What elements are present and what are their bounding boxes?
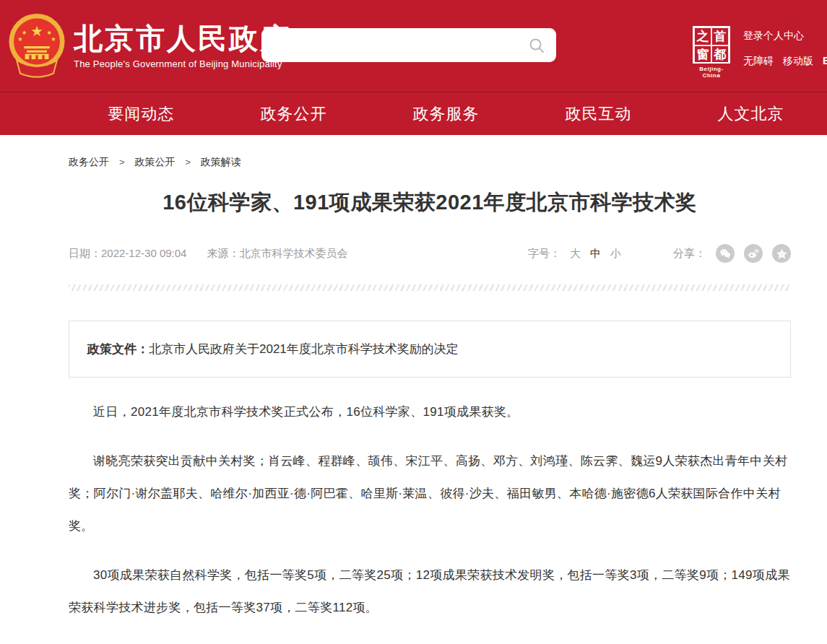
source-label: 来源：: [207, 247, 240, 259]
nav-item-news[interactable]: 要闻动态: [65, 103, 217, 125]
svg-text:★: ★: [22, 29, 27, 35]
search-input[interactable]: [261, 28, 556, 62]
breadcrumb-item-gov-affairs[interactable]: 政务公开: [69, 156, 109, 167]
article-meta: 日期：2022-12-30 09:04 来源：北京市科学技术委员会 字号： 大 …: [69, 244, 791, 263]
capital-window-grid: 之 首 窗 都: [693, 26, 730, 64]
weibo-share-icon[interactable]: [744, 244, 763, 263]
capital-char: 窗: [694, 45, 711, 64]
qzone-share-icon[interactable]: z: [772, 244, 791, 263]
article-source: 北京市科学技术委员会: [240, 247, 348, 259]
login-link[interactable]: 登录个人中心: [743, 30, 804, 41]
article-paragraph: 谢晓亮荣获突出贡献中关村奖；肖云峰、程群峰、颉伟、宋江平、高扬、邓方、刘鸿瑾、陈…: [69, 445, 791, 542]
accessibility-link[interactable]: 无障碍: [743, 55, 774, 68]
breadcrumb-separator: >: [185, 157, 191, 167]
article-subheading: 标杆性人才在国际科技创新中心建设中作用凸显: [69, 640, 791, 644]
policy-file-label: 政策文件：: [87, 342, 149, 356]
fontsize-small-button[interactable]: 小: [610, 247, 621, 261]
capital-char: 首: [711, 27, 729, 45]
breadcrumb-item-policy-interpretation: 政策解读: [201, 156, 241, 167]
svg-text:★: ★: [17, 36, 22, 43]
fontsize-label: 字号：: [528, 247, 560, 261]
svg-text:★: ★: [47, 29, 52, 35]
date-label: 日期：: [69, 247, 101, 259]
policy-file-link[interactable]: 北京市人民政府关于2021年度北京市科学技术奖励的决定: [149, 342, 459, 356]
page-content: 政务公开 > 政策公开 > 政策解读 16位科学家、191项成果荣获2021年度…: [69, 135, 791, 644]
share-label: 分享：: [673, 247, 706, 261]
hatched-divider: [69, 284, 791, 291]
brand-text: 北京市人民政府 The People's Government of Beiji…: [74, 22, 291, 69]
capital-char: 之: [694, 27, 711, 45]
nav-item-gov-services[interactable]: 政务服务: [370, 103, 522, 125]
nav-item-interaction[interactable]: 政民互动: [522, 103, 675, 125]
article-body: 近日，2021年度北京市科学技术奖正式公布，16位科学家、191项成果获奖。 谢…: [69, 396, 791, 644]
header-links: 登录个人中心 无障碍 移动版 EN: [743, 29, 827, 68]
policy-file-box: 政策文件：北京市人民政府关于2021年度北京市科学技术奖励的决定: [69, 321, 791, 378]
article-paragraph: 30项成果荣获自然科学奖，包括一等奖5项，二等奖25项；12项成果荣获技术发明奖…: [69, 559, 791, 624]
search-box: [261, 28, 556, 62]
breadcrumb-separator: >: [119, 157, 125, 167]
breadcrumb-item-policy-disclosure[interactable]: 政策公开: [134, 156, 175, 167]
site-header: ★ ★ ★ ★ ★ 北京市人民政府 The People's Governmen…: [0, 0, 827, 92]
capital-window-caption: Beijing-China: [692, 66, 731, 79]
search-button[interactable]: [529, 38, 545, 53]
article-paragraph: 近日，2021年度北京市科学技术奖正式公布，16位科学家、191项成果获奖。: [69, 396, 791, 428]
svg-text:★: ★: [30, 23, 43, 39]
capital-window-logo[interactable]: 之 首 窗 都 Beijing-China: [692, 26, 731, 79]
article-meta-right: 字号： 大 中 小 分享：: [528, 244, 791, 263]
main-nav: 要闻动态 政务公开 政务服务 政民互动 人文北京: [0, 92, 827, 135]
share-icons: z: [716, 244, 791, 263]
wechat-share-icon[interactable]: [716, 244, 735, 263]
nav-item-humanistic-beijing[interactable]: 人文北京: [675, 103, 827, 125]
svg-text:★: ★: [51, 36, 56, 43]
capital-char: 都: [711, 45, 729, 64]
site-subtitle: The People's Government of Beijing Munic…: [74, 58, 291, 69]
mobile-version-link[interactable]: 移动版: [783, 55, 813, 68]
search-icon: [529, 38, 545, 53]
article-title: 16位科学家、191项成果荣获2021年度北京市科学技术奖: [69, 188, 791, 217]
fontsize-medium-button[interactable]: 中: [590, 247, 601, 261]
english-link[interactable]: EN: [823, 55, 827, 68]
article-meta-left: 日期：2022-12-30 09:04 来源：北京市科学技术委员会: [69, 247, 348, 261]
article-date: 2022-12-30 09:04: [101, 247, 186, 259]
breadcrumb: 政务公开 > 政策公开 > 政策解读: [69, 135, 791, 169]
site-logo[interactable]: ★ ★ ★ ★ ★ 北京市人民政府 The People's Governmen…: [7, 13, 291, 79]
site-title: 北京市人民政府: [74, 22, 291, 54]
fontsize-large-button[interactable]: 大: [570, 247, 581, 261]
china-national-emblem-icon: ★ ★ ★ ★ ★: [7, 13, 66, 79]
nav-item-gov-affairs[interactable]: 政务公开: [217, 103, 370, 125]
